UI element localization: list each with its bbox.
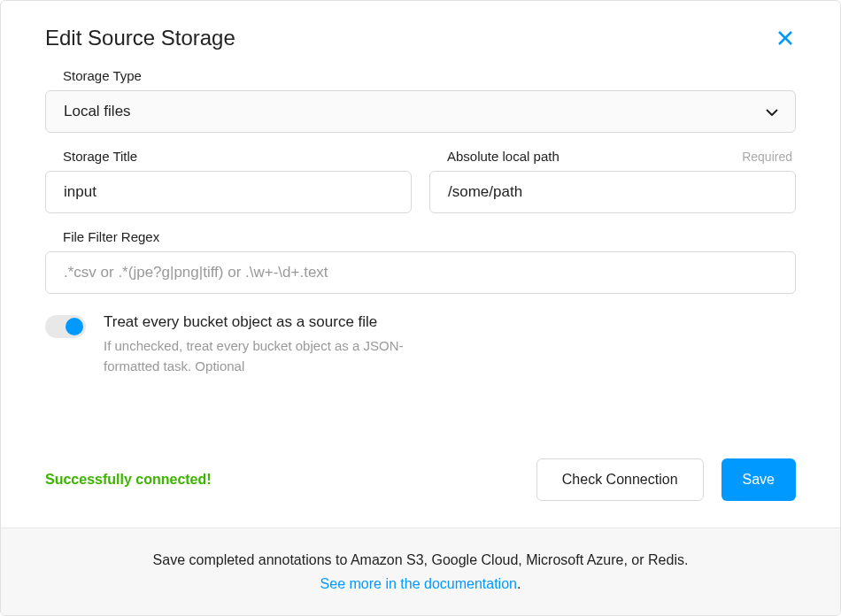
absolute-path-label: Absolute local path	[429, 149, 559, 164]
file-filter-input[interactable]	[45, 251, 796, 294]
storage-title-input[interactable]	[45, 171, 412, 213]
close-button[interactable]	[775, 27, 796, 49]
modal-body: Storage Type Storage Title Absolute loca…	[1, 68, 840, 423]
required-indicator: Required	[742, 150, 796, 164]
storage-type-group: Storage Type	[45, 68, 796, 133]
connection-status: Successfully connected!	[45, 472, 212, 488]
documentation-link[interactable]: See more in the documentation	[320, 576, 517, 591]
toggle-row: Treat every bucket object as a source fi…	[45, 313, 796, 376]
storage-type-label: Storage Type	[45, 68, 796, 83]
button-group: Check Connection Save	[536, 458, 796, 501]
absolute-path-group: Absolute local path Required	[429, 149, 796, 213]
file-filter-label: File Filter Regex	[45, 229, 796, 244]
footer-text: Save completed annotations to Amazon S3,…	[153, 552, 689, 567]
toggle-description: If unchecked, treat every bucket object …	[104, 336, 440, 376]
action-row: Successfully connected! Check Connection…	[1, 423, 840, 527]
treat-as-source-toggle[interactable]	[45, 315, 86, 338]
storage-title-label: Storage Title	[45, 149, 412, 164]
save-button[interactable]: Save	[721, 458, 796, 501]
storage-title-group: Storage Title	[45, 149, 412, 213]
toggle-knob	[66, 318, 83, 335]
edit-source-storage-modal: Edit Source Storage Storage Type Storage…	[0, 0, 841, 616]
toggle-title: Treat every bucket object as a source fi…	[104, 313, 440, 331]
check-connection-button[interactable]: Check Connection	[536, 458, 704, 501]
absolute-path-label-row: Absolute local path Required	[429, 149, 796, 171]
absolute-path-input[interactable]	[429, 171, 796, 213]
storage-type-select-wrap	[45, 90, 796, 133]
title-path-row: Storage Title Absolute local path Requir…	[45, 149, 796, 229]
file-filter-group: File Filter Regex	[45, 229, 796, 294]
close-icon	[777, 30, 793, 46]
modal-header: Edit Source Storage	[1, 1, 840, 68]
modal-title: Edit Source Storage	[45, 26, 235, 50]
modal-footer: Save completed annotations to Amazon S3,…	[1, 527, 840, 615]
storage-type-select[interactable]	[45, 90, 796, 133]
footer-period: .	[517, 576, 521, 591]
toggle-text-block: Treat every bucket object as a source fi…	[104, 313, 440, 376]
